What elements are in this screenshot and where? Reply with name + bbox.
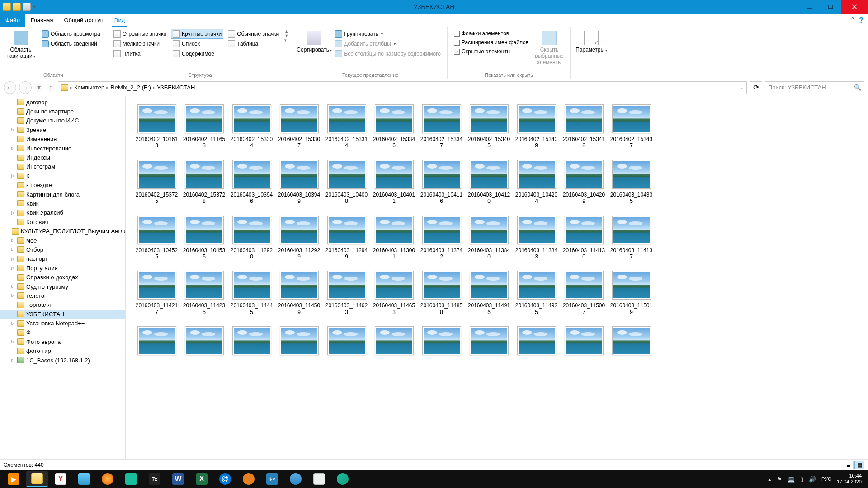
thumbnail-item[interactable] <box>323 326 370 355</box>
thumbnail-item[interactable]: 20160402_153314 <box>323 104 370 149</box>
expand-arrow-icon[interactable]: ▷ <box>10 146 15 150</box>
tree-item[interactable]: ▷Португалия <box>0 263 125 272</box>
taskbar-media-player[interactable]: ▶ <box>3 471 24 487</box>
tiles-button[interactable]: Плитка <box>112 49 168 59</box>
thumbnail-item[interactable]: 20160403_104335 <box>608 160 655 205</box>
tree-item[interactable]: ▷Суд по туризму <box>0 282 125 291</box>
thumbnail-item[interactable]: 20160403_114916 <box>465 271 513 315</box>
tree-item[interactable]: ▷паспорт <box>0 254 125 263</box>
content-pane[interactable]: 20160402_10161320160402_11165320160402_1… <box>126 96 868 459</box>
tray-language[interactable]: РУС <box>821 476 831 482</box>
tray-battery-icon[interactable]: ▯ <box>800 476 803 483</box>
taskbar-firefox[interactable] <box>97 471 118 487</box>
thumbnail-item[interactable]: 20160402_153418 <box>560 104 608 149</box>
back-button[interactable]: ← <box>4 81 16 94</box>
item-checkboxes-toggle[interactable]: Флажки элементов <box>452 29 530 38</box>
taskbar-snip[interactable]: ✂ <box>261 471 283 487</box>
thumbnail-item[interactable]: 20160403_114217 <box>133 271 180 315</box>
thumbnail-item[interactable]: 20160403_112949 <box>323 216 370 260</box>
tab-file[interactable]: Файл <box>0 14 25 27</box>
thumbnail-item[interactable]: 20160403_113742 <box>418 216 465 260</box>
minimize-button[interactable] <box>799 0 820 14</box>
breadcrumbs[interactable]: ▸ Компьютер ▸ ReMix_2_2 (F:) ▸ УЗБЕКИСТА… <box>58 81 747 94</box>
taskbar-7zip[interactable]: 7z <box>144 471 165 487</box>
tree-item[interactable]: Справки о доходах <box>0 272 125 282</box>
help-icon[interactable]: ? <box>859 16 863 24</box>
expand-arrow-icon[interactable]: ▷ <box>10 257 15 261</box>
thumbnail-item[interactable]: 20160403_115007 <box>560 271 608 315</box>
close-button[interactable] <box>841 0 868 14</box>
thumbnail-item[interactable]: 20160403_104116 <box>418 160 465 205</box>
breadcrumb-computer[interactable]: Компьютер <box>74 84 104 91</box>
file-extensions-toggle[interactable]: Расширения имен файлов <box>452 38 530 47</box>
taskbar-thunderbird[interactable] <box>285 471 307 487</box>
thumbnail-item[interactable]: 20160403_112920 <box>228 216 275 260</box>
tree-item[interactable]: Торговля <box>0 300 125 310</box>
sort-button[interactable]: Сортировать▾ <box>298 29 330 55</box>
details-view-button[interactable]: ≣ <box>844 461 854 469</box>
collapse-ribbon-icon[interactable]: ˄ <box>851 16 854 24</box>
expand-arrow-icon[interactable]: ▷ <box>10 339 15 344</box>
qat-dropdown-icon[interactable]: ▾ <box>33 5 35 9</box>
tray-overflow-icon[interactable]: ▴ <box>768 476 771 483</box>
taskbar-app-teal[interactable] <box>120 471 142 487</box>
hide-selected-button[interactable]: Скрыть выбранные элементы <box>533 29 566 67</box>
taskbar-word[interactable]: W <box>167 471 189 487</box>
thumbnail-item[interactable]: 20160403_114653 <box>370 271 418 315</box>
thumbnail-item[interactable]: 20160403_114137 <box>608 216 655 260</box>
thumbnail-item[interactable] <box>275 326 323 355</box>
expand-arrow-icon[interactable]: ▷ <box>10 284 15 289</box>
address-dropdown-icon[interactable]: ⌄ <box>740 85 744 89</box>
layout-more-icon[interactable]: ▾ <box>284 38 288 42</box>
small-icons-button[interactable]: Мелкие значки <box>112 39 168 49</box>
icons-view-button[interactable]: ▦ <box>854 461 864 469</box>
thumbnail-item[interactable]: 20160403_114623 <box>323 271 370 315</box>
thumbnail-item[interactable] <box>465 326 513 355</box>
refresh-button[interactable]: ⟳ <box>750 81 762 94</box>
taskbar-mail[interactable]: @ <box>214 471 236 487</box>
navigation-pane-button[interactable]: Область навигации▾ <box>5 29 37 61</box>
huge-icons-button[interactable]: Огромные значки <box>112 29 168 39</box>
expand-arrow-icon[interactable]: ▷ <box>10 247 15 252</box>
thumbnail-item[interactable]: 20160403_112929 <box>275 216 323 260</box>
taskbar-calculator[interactable] <box>308 471 330 487</box>
forward-button[interactable]: → <box>19 81 32 94</box>
expand-arrow-icon[interactable]: ▷ <box>10 266 15 270</box>
tray-flag-icon[interactable]: ⚑ <box>777 476 782 483</box>
taskbar-excel[interactable]: X <box>191 471 212 487</box>
search-input[interactable]: Поиск: УЗБЕКИСТАН 🔍 <box>765 81 864 94</box>
thumbnail-item[interactable]: 20160403_114925 <box>513 271 560 315</box>
thumbnail-item[interactable]: 20160403_113840 <box>465 216 513 260</box>
thumbnail-item[interactable]: 20160402_153346 <box>370 104 418 149</box>
thumbnail-item[interactable]: 20160402_153437 <box>608 104 655 149</box>
thumbnail-item[interactable]: 20160403_104011 <box>370 160 418 205</box>
tree-item[interactable]: Инстограм <box>0 162 125 171</box>
hidden-items-toggle[interactable]: Скрытые элементы <box>452 47 530 56</box>
details-pane-button[interactable]: Область сведений <box>40 39 102 49</box>
tree-item[interactable]: фото тир <box>0 347 125 356</box>
thumbnail-item[interactable]: 20160403_113843 <box>513 216 560 260</box>
layout-scroll-up-icon[interactable]: ▲ <box>284 29 288 33</box>
tray-clock[interactable]: 10:44 17.04.2020 <box>837 473 862 484</box>
taskbar-app-orange[interactable] <box>238 471 259 487</box>
large-icons-button[interactable]: Крупные значки <box>171 29 223 39</box>
tree-item[interactable]: Доки по квартире <box>0 107 125 116</box>
thumbnail-item[interactable]: 20160403_114235 <box>180 271 228 315</box>
maximize-button[interactable] <box>820 0 841 14</box>
tree-item[interactable]: КУЛЬТУРА_ПОЛИГЛОТ_Выучим Англий <box>0 226 125 235</box>
thumbnail-item[interactable] <box>418 326 465 355</box>
thumbnail-item[interactable]: 20160402_111653 <box>180 104 228 149</box>
content-button[interactable]: Содержимое <box>171 49 223 59</box>
thumbnail-item[interactable]: 20160403_113001 <box>370 216 418 260</box>
thumbnail-item[interactable]: 20160403_103946 <box>228 160 275 205</box>
thumbnail-item[interactable]: 20160402_153725 <box>133 160 180 205</box>
thumbnail-item[interactable]: 20160403_104008 <box>323 160 370 205</box>
expand-arrow-icon[interactable]: ▷ <box>10 211 15 215</box>
tree-item[interactable]: ▷Фото европа <box>0 337 125 346</box>
folder-tree[interactable]: договорДоки по квартиреДокументы по ИИС▷… <box>0 96 126 459</box>
tree-item[interactable]: Квик <box>0 199 125 208</box>
recent-locations-button[interactable]: ▾ <box>34 83 43 92</box>
taskbar-explorer[interactable] <box>26 471 48 487</box>
thumbnail-item[interactable]: 20160403_114858 <box>418 271 465 315</box>
taskbar-yandex[interactable]: Y <box>50 471 71 487</box>
